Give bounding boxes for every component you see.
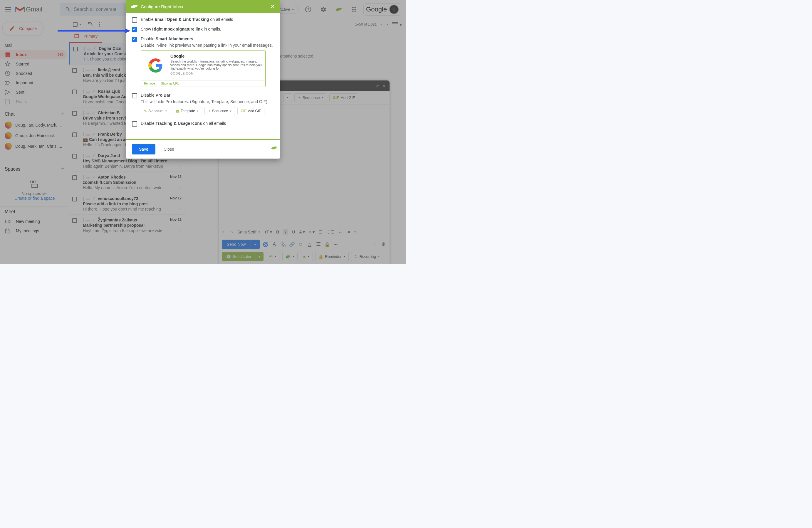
modal-footer: Save Close <box>126 139 280 159</box>
checkbox[interactable] <box>132 121 137 127</box>
preview-domain: GOOGLE.COM <box>170 72 262 75</box>
checkbox[interactable] <box>132 93 137 98</box>
preview-title: Google <box>170 54 262 58</box>
option-smart-attachments[interactable]: Disable Smart Attachments Disable in-lin… <box>132 36 274 87</box>
pro-buttons-preview: ✎Signature▼ ▦Template▼ ✈Sequence▼ GIFAdd… <box>141 107 274 115</box>
pro-template-button: ▦Template▼ <box>173 107 202 115</box>
preview-remove-button[interactable]: Remove <box>141 80 158 87</box>
link-preview-card: Google Search the world's information, i… <box>141 50 265 87</box>
pro-gif-button: GIFAdd GIF <box>237 107 264 115</box>
annotation-arrow <box>58 28 131 34</box>
google-logo-icon <box>144 54 168 77</box>
pro-signature-button: ✎Signature▼ <box>141 107 170 115</box>
preview-desc: Search the world's information, includin… <box>170 60 262 70</box>
modal-title: Configure Right Inbox <box>141 4 183 9</box>
option-pro-bar[interactable]: Disable Pro Bar This will hide Pro featu… <box>132 93 274 115</box>
configure-modal: Configure Right Inbox ✕ Enable Email Ope… <box>126 0 280 159</box>
checkbox[interactable] <box>132 17 137 23</box>
save-button[interactable]: Save <box>132 144 156 155</box>
option-tracking-icons[interactable]: Disable Tracking & Usage Icons on all em… <box>132 121 274 131</box>
leaf-icon <box>271 146 277 150</box>
option-tracking[interactable]: Enable Email Open & Link Tracking on all… <box>132 17 274 23</box>
checkbox[interactable] <box>132 37 137 42</box>
preview-showurl-button[interactable]: Show as URL <box>158 80 182 87</box>
option-desc: Disable in-line link previews when pasti… <box>141 43 274 47</box>
checkbox[interactable] <box>132 27 137 32</box>
modal-body: Enable Email Open & Link Tracking on all… <box>126 13 280 139</box>
modal-close-icon[interactable]: ✕ <box>270 3 275 10</box>
option-desc: This will hide Pro features: (Signature,… <box>141 99 274 104</box>
pro-sequence-button: ✈Sequence▼ <box>204 107 235 115</box>
close-button[interactable]: Close <box>160 144 178 155</box>
rightinbox-leaf-icon <box>131 4 138 9</box>
modal-header: Configure Right Inbox ✕ <box>126 0 280 13</box>
svg-marker-26 <box>125 29 130 33</box>
option-signature-link[interactable]: Show Right Inbox signature link in email… <box>132 27 274 32</box>
